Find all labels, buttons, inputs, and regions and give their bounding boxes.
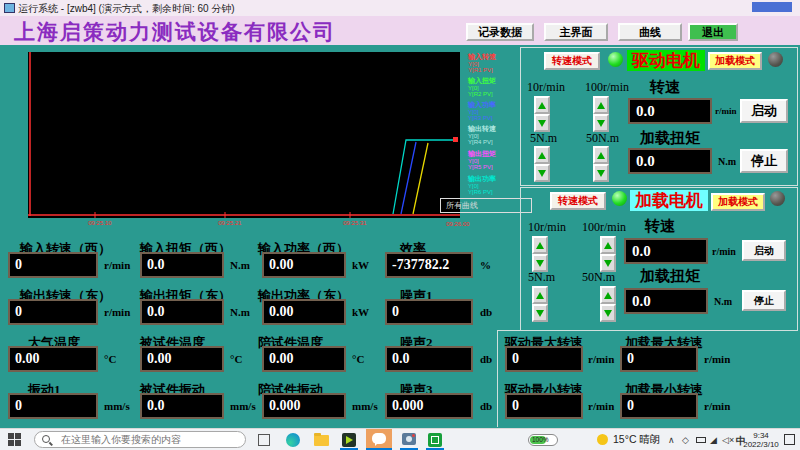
edge-browser-icon[interactable] bbox=[286, 433, 300, 447]
action-center-icon[interactable] bbox=[784, 434, 795, 445]
onedrive-icon[interactable]: ◇ bbox=[682, 435, 689, 445]
load-stop-button[interactable]: 停止 bbox=[742, 290, 786, 311]
measure-unit: db bbox=[480, 306, 492, 318]
search-icon bbox=[42, 435, 50, 443]
load-speed-mode-led bbox=[612, 191, 627, 206]
load-speed-label: 转速 bbox=[645, 217, 675, 236]
app-window: 运行系统 - [zwb4] (演示方式，剩余时间: 60 分钟) 上海启策动力测… bbox=[0, 0, 800, 450]
clock-time: 9:34 bbox=[742, 431, 780, 440]
measure-unit: kW bbox=[352, 259, 369, 271]
measure-display: 0 bbox=[620, 346, 698, 372]
measure-display: 0.0 bbox=[140, 252, 224, 278]
volume-muted-icon[interactable]: ◁× bbox=[722, 435, 734, 445]
divider bbox=[497, 330, 498, 427]
measure-display: 0 bbox=[505, 393, 583, 419]
divider bbox=[497, 330, 798, 331]
drive-speed-mode-led bbox=[608, 52, 623, 67]
curve-button[interactable]: 曲线 bbox=[618, 23, 682, 41]
weather-text[interactable]: 15°C 晴朗 bbox=[613, 433, 660, 447]
down-arrow-icon bbox=[536, 260, 544, 267]
measure-unit: °C bbox=[352, 353, 364, 365]
measure-unit: db bbox=[480, 353, 492, 365]
down-arrow-icon bbox=[538, 120, 546, 127]
green-app-icon[interactable] bbox=[428, 433, 442, 447]
measure-display: 0 bbox=[385, 299, 473, 325]
up-arrow-button[interactable] bbox=[600, 236, 616, 254]
down-arrow-button[interactable] bbox=[534, 164, 550, 182]
record-data-button[interactable]: 记录数据 bbox=[466, 23, 534, 41]
drive-load-mode-button[interactable]: 加载模式 bbox=[708, 52, 762, 70]
search-input[interactable] bbox=[34, 431, 246, 448]
up-arrow-button[interactable] bbox=[600, 286, 616, 304]
measure-unit: r/min bbox=[588, 400, 614, 412]
up-arrow-button[interactable] bbox=[532, 236, 548, 254]
media-player-icon[interactable] bbox=[342, 433, 356, 447]
drive-torque-display: 0.0 bbox=[628, 148, 712, 174]
drive-stop-button[interactable]: 停止 bbox=[740, 149, 788, 173]
load-torque-display: 0.0 bbox=[624, 288, 708, 314]
down-arrow-button[interactable] bbox=[532, 304, 548, 322]
down-arrow-button[interactable] bbox=[593, 164, 609, 182]
measure-unit: mm/s bbox=[352, 400, 378, 412]
load-torque-unit: N.m bbox=[714, 296, 732, 307]
load-speed-mode-button[interactable]: 转速模式 bbox=[550, 192, 606, 210]
main-screen-button[interactable]: 主界面 bbox=[544, 23, 608, 41]
measure-unit: r/min bbox=[704, 400, 730, 412]
up-arrow-button[interactable] bbox=[534, 96, 550, 114]
drive-start-button[interactable]: 启动 bbox=[740, 99, 788, 123]
measure-display: 0.0 bbox=[140, 393, 224, 419]
down-arrow-button[interactable] bbox=[593, 114, 609, 132]
drive-motor-title: 驱动电机 bbox=[627, 50, 705, 71]
battery-tray-icon[interactable] bbox=[696, 437, 706, 443]
up-arrow-icon bbox=[597, 152, 605, 159]
load-speed-step-10: 10r/min bbox=[528, 220, 566, 235]
load-start-button[interactable]: 启动 bbox=[742, 240, 786, 261]
up-arrow-button[interactable] bbox=[593, 96, 609, 114]
down-arrow-icon bbox=[604, 310, 612, 317]
all-curves-box[interactable]: 所有曲线 bbox=[440, 198, 532, 213]
task-view-icon[interactable] bbox=[258, 434, 270, 446]
drive-torque-step50-spinner bbox=[593, 146, 609, 182]
battery-status-pill[interactable]: 100% bbox=[528, 434, 558, 446]
x-tick: 09:25.10 bbox=[88, 220, 111, 226]
measure-unit: N.m bbox=[230, 306, 250, 318]
up-arrow-button[interactable] bbox=[532, 286, 548, 304]
measure-unit: r/min bbox=[704, 353, 730, 365]
app-icon bbox=[4, 3, 15, 13]
measure-unit: mm/s bbox=[104, 400, 130, 412]
load-speed-step-100: 100r/min bbox=[582, 220, 626, 235]
x-tick: 09:25.31 bbox=[343, 220, 366, 226]
drive-speed-mode-button[interactable]: 转速模式 bbox=[544, 52, 600, 70]
exit-button[interactable]: 退出 bbox=[688, 23, 738, 41]
load-load-mode-button[interactable]: 加载模式 bbox=[711, 193, 765, 211]
clock[interactable]: 9:34 2022/3/10 bbox=[742, 431, 780, 449]
tray-expand-icon[interactable]: ∧ bbox=[668, 435, 675, 445]
drive-speed-step-10: 10r/min bbox=[527, 80, 565, 95]
screenshot-tool-icon[interactable] bbox=[402, 433, 416, 445]
window-controls[interactable] bbox=[752, 2, 792, 12]
drive-speed-step100-spinner bbox=[593, 96, 609, 132]
file-explorer-icon[interactable] bbox=[314, 435, 329, 446]
down-arrow-button[interactable] bbox=[534, 114, 550, 132]
drive-speed-label: 转速 bbox=[650, 78, 680, 97]
measure-unit: °C bbox=[230, 353, 242, 365]
drive-load-mode-led bbox=[768, 52, 783, 67]
measure-display: -737782.2 bbox=[385, 252, 473, 278]
measure-display: 0 bbox=[505, 346, 583, 372]
drive-speed-step-100: 100r/min bbox=[585, 80, 629, 95]
load-torque-step-50: 50N.m bbox=[582, 270, 615, 285]
load-load-mode-led bbox=[770, 191, 785, 206]
load-torque-step5-spinner bbox=[532, 286, 548, 322]
network-icon[interactable]: ◢ bbox=[710, 435, 717, 445]
measure-display: 0.0 bbox=[385, 346, 473, 372]
up-arrow-button[interactable] bbox=[534, 146, 550, 164]
window-title: 运行系统 - [zwb4] (演示方式，剩余时间: 60 分钟) bbox=[18, 2, 235, 16]
wechat-icon[interactable] bbox=[366, 429, 392, 450]
weather-sun-icon[interactable] bbox=[597, 434, 608, 445]
down-arrow-button[interactable] bbox=[600, 304, 616, 322]
start-button[interactable] bbox=[8, 433, 22, 447]
up-arrow-icon bbox=[597, 102, 605, 109]
up-arrow-button[interactable] bbox=[593, 146, 609, 164]
drive-torque-label: 加载扭矩 bbox=[640, 129, 700, 148]
down-arrow-icon bbox=[604, 260, 612, 267]
